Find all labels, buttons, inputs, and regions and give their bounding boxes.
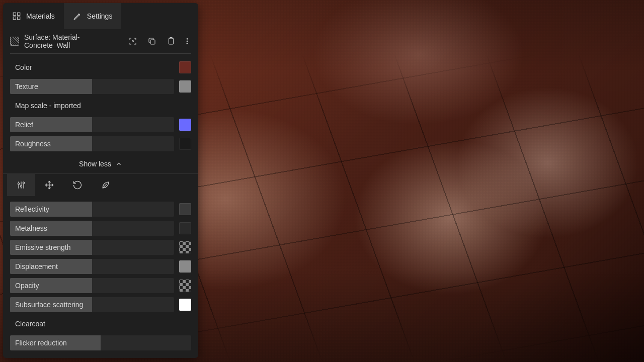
relief-swatch[interactable] — [179, 119, 191, 131]
svg-point-14 — [18, 183, 19, 184]
flicker-slider[interactable]: Flicker reduction — [10, 335, 191, 350]
property-clearcoat: Clearcoat — [10, 316, 191, 331]
roughness-slider[interactable]: Roughness — [10, 136, 174, 151]
svg-point-8 — [187, 38, 188, 39]
opacity-swatch[interactable] — [179, 280, 191, 292]
reflectivity-slider[interactable]: Reflectivity — [10, 202, 174, 217]
tab-settings-label: Settings — [87, 12, 113, 20]
relief-slider[interactable]: Relief — [10, 117, 174, 132]
sss-swatch[interactable] — [179, 299, 191, 311]
property-flicker: Flicker reduction — [10, 335, 191, 350]
paste-button[interactable] — [164, 34, 178, 48]
mapscale-label: Map scale - imported — [10, 98, 191, 113]
texture-label: Texture — [10, 82, 38, 90]
property-displacement: Displacement — [10, 259, 191, 274]
emissive-swatch[interactable] — [179, 241, 191, 253]
show-less-label: Show less — [79, 160, 111, 168]
metalness-slider[interactable]: Metalness — [10, 221, 174, 236]
svg-rect-3 — [18, 17, 20, 20]
more-vertical-icon — [183, 37, 191, 46]
svg-point-9 — [187, 41, 188, 42]
advanced-properties: ReflectivityMetalnessEmissive strengthDi… — [3, 196, 198, 353]
sss-label: Subsurface scattering — [10, 301, 83, 309]
move-icon — [44, 180, 54, 190]
surface-header: Surface: Material-Concrete_Wall — [3, 29, 198, 53]
leaf-icon — [101, 180, 111, 190]
property-roughness: Roughness — [10, 136, 191, 151]
property-opacity: Opacity — [10, 278, 191, 293]
copy-icon — [147, 37, 156, 46]
property-relief: Relief — [10, 117, 191, 132]
property-color: Color — [10, 60, 191, 75]
property-metalness: Metalness — [10, 221, 191, 236]
sliders-icon — [16, 180, 26, 190]
svg-rect-2 — [13, 17, 16, 20]
svg-rect-0 — [13, 13, 16, 15]
panel-tabs: Materials Settings — [3, 3, 198, 29]
metalness-swatch[interactable] — [179, 222, 191, 234]
displacement-label: Displacement — [10, 262, 58, 270]
tab-settings[interactable]: Settings — [64, 3, 122, 29]
svg-point-15 — [20, 185, 22, 187]
displacement-slider[interactable]: Displacement — [10, 259, 174, 274]
metalness-label: Metalness — [10, 224, 47, 232]
grid-icon — [12, 12, 21, 21]
advanced-tool-tabs — [3, 173, 198, 196]
property-reflectivity: Reflectivity — [10, 202, 191, 217]
property-mapscale: Map scale - imported — [10, 98, 191, 113]
tab-materials[interactable]: Materials — [3, 3, 64, 29]
sss-slider[interactable]: Subsurface scattering — [10, 297, 174, 312]
emissive-label: Emissive strength — [10, 243, 70, 251]
displacement-swatch[interactable] — [179, 260, 191, 273]
emissive-slider[interactable]: Emissive strength — [10, 240, 174, 255]
show-less-toggle[interactable]: Show less — [3, 154, 198, 173]
svg-point-4 — [132, 41, 134, 42]
surface-name: Surface: Material-Concrete_Wall — [24, 33, 121, 49]
svg-rect-1 — [18, 13, 20, 15]
relief-label: Relief — [10, 121, 33, 129]
paste-icon — [167, 37, 176, 46]
focus-button[interactable] — [126, 34, 140, 48]
pencil-icon — [73, 12, 82, 21]
tool-tab-eco[interactable] — [92, 174, 120, 196]
texture-swatch[interactable] — [179, 80, 191, 93]
color-label: Color — [10, 60, 174, 75]
reflectivity-swatch[interactable] — [179, 203, 191, 215]
roughness-swatch[interactable] — [179, 138, 191, 150]
property-emissive: Emissive strength — [10, 240, 191, 255]
opacity-slider[interactable]: Opacity — [10, 278, 174, 293]
svg-point-16 — [23, 182, 24, 184]
texture-slider[interactable]: Texture — [10, 79, 174, 94]
roughness-label: Roughness — [10, 140, 51, 148]
tab-materials-label: Materials — [26, 12, 55, 20]
svg-point-10 — [187, 43, 188, 44]
flicker-label: Flicker reduction — [10, 339, 67, 347]
tool-tab-transform[interactable] — [35, 174, 63, 196]
opacity-label: Opacity — [10, 282, 39, 290]
property-texture: Texture — [10, 79, 191, 94]
clearcoat-label: Clearcoat — [10, 316, 191, 331]
svg-rect-5 — [150, 40, 155, 44]
property-sss: Subsurface scattering — [10, 297, 191, 312]
tool-tab-adjust[interactable] — [7, 174, 35, 196]
more-menu-button[interactable] — [183, 34, 191, 48]
chevron-up-icon — [115, 160, 122, 167]
focus-icon — [128, 37, 137, 46]
history-icon — [72, 180, 83, 190]
material-panel: Materials Settings Surface: Material-Con… — [3, 3, 198, 358]
reflectivity-label: Reflectivity — [10, 205, 49, 213]
material-type-icon — [10, 37, 19, 46]
basic-properties: ColorTextureMap scale - importedReliefRo… — [3, 54, 198, 154]
tool-tab-history[interactable] — [63, 174, 92, 196]
color-swatch[interactable] — [179, 61, 191, 73]
copy-button[interactable] — [145, 34, 159, 48]
